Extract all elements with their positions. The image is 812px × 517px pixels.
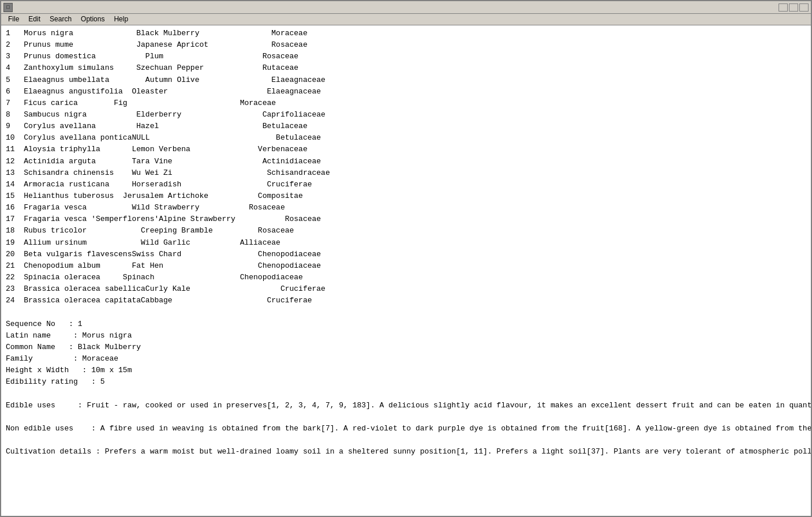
menu-file[interactable]: File <box>3 15 24 24</box>
title-bar-controls <box>779 3 809 12</box>
title-bar-left: □ <box>3 3 15 12</box>
menu-bar: File Edit Search Options Help <box>1 14 811 25</box>
minimize-button[interactable] <box>779 3 788 12</box>
window-icon: □ <box>3 3 13 12</box>
menu-edit[interactable]: Edit <box>24 15 45 24</box>
text-content[interactable]: 1 Morus nigra Black Mulberry Moraceae 2 … <box>1 25 811 516</box>
title-bar: □ <box>1 1 811 14</box>
menu-options[interactable]: Options <box>76 15 109 24</box>
menu-search[interactable]: Search <box>45 15 76 24</box>
close-button[interactable] <box>799 3 809 12</box>
menu-help[interactable]: Help <box>109 15 133 24</box>
main-window: □ File Edit Search Options Help 1 Morus … <box>0 0 812 517</box>
maximize-button[interactable] <box>789 3 798 12</box>
